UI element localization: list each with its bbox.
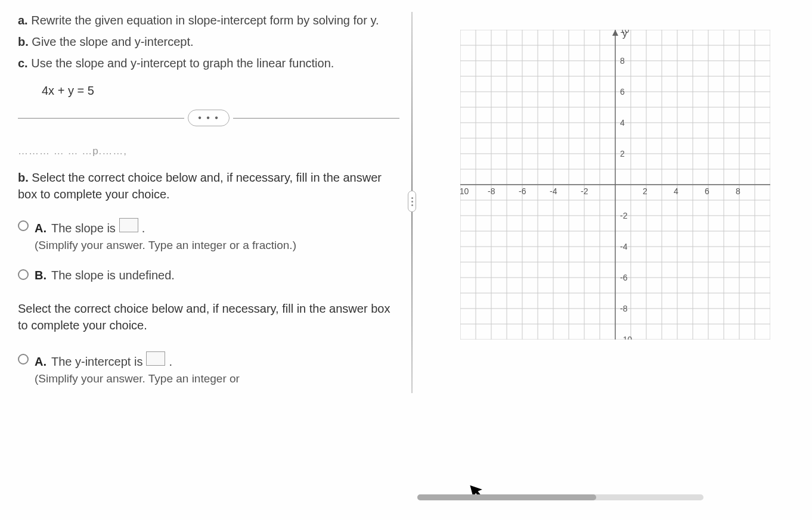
svg-text:-2: -2: [581, 186, 588, 196]
intercept-prompt: Select the correct choice below and, if …: [18, 300, 399, 334]
slope-choice-a-row: A. The slope is . (Simplify your answer.…: [18, 218, 399, 254]
slope-choice-a-label: A.: [35, 220, 47, 236]
divider-line-left: [18, 118, 184, 119]
svg-text:4: 4: [674, 186, 678, 196]
svg-text:2: 2: [643, 186, 647, 196]
problem-part-c: c. Use the slope and y-intercept to grap…: [18, 55, 399, 71]
svg-text:-6: -6: [519, 186, 526, 196]
question-text-panel: a. Rewrite the given equation in slope-i…: [18, 12, 399, 508]
slope-answer-input[interactable]: [119, 218, 138, 232]
slope-choice-a-hint: (Simplify your answer. Type an integer o…: [35, 238, 399, 254]
section-b-prompt: b. Select the correct choice below and, …: [18, 169, 399, 203]
part-c-label: c.: [18, 57, 28, 70]
slope-choice-a-pre: The slope is: [51, 220, 116, 236]
svg-text:-10: -10: [460, 186, 469, 196]
svg-text:10: 10: [620, 30, 630, 35]
part-c-text: Use the slope and y-intercept to graph t…: [31, 57, 334, 70]
svg-text:-2: -2: [620, 211, 628, 220]
divider-line-right: [233, 118, 399, 119]
horizontal-scrollbar[interactable]: [417, 494, 703, 500]
intercept-choice-a-radio[interactable]: [18, 354, 29, 365]
intercept-choice-a-label: A.: [35, 353, 47, 370]
svg-text:8: 8: [736, 186, 740, 196]
intercept-answer-input[interactable]: [146, 351, 165, 366]
svg-text:-10: -10: [620, 335, 632, 340]
section-b-text: Select the correct choice below and, if …: [18, 171, 382, 201]
section-divider: • • •: [18, 110, 399, 126]
svg-text:-4: -4: [620, 242, 628, 251]
question-page: a. Rewrite the given equation in slope-i…: [0, 0, 812, 520]
slope-choice-a-body: A. The slope is . (Simplify your answer.…: [35, 218, 399, 254]
intercept-choice-a-body: A. The y-intercept is . (Simplify your a…: [35, 351, 399, 387]
panel-divider[interactable]: [411, 12, 413, 393]
svg-text:6: 6: [620, 87, 625, 96]
coordinate-graph[interactable]: y-10-8-6-4-22468108642-2-4-6-8-10: [460, 30, 770, 340]
svg-text:-6: -6: [620, 273, 628, 282]
svg-text:8: 8: [620, 56, 625, 66]
problem-part-b: b. Give the slope and y-intercept.: [18, 33, 399, 50]
intercept-choice-a-pre: The y-intercept is: [51, 353, 142, 370]
part-a-text: Rewrite the given equation in slope-inte…: [31, 14, 379, 27]
slope-choice-b-text: The slope is undefined.: [51, 267, 175, 284]
intercept-choice-a-row: A. The y-intercept is . (Simplify your a…: [18, 351, 399, 387]
slope-choice-b-row: B. The slope is undefined.: [18, 267, 399, 284]
svg-text:6: 6: [705, 186, 709, 196]
intercept-choice-a-post: .: [169, 353, 172, 370]
slope-choice-a-radio[interactable]: [18, 220, 29, 231]
section-b-label: b.: [18, 171, 29, 184]
divider-handle[interactable]: [408, 191, 416, 212]
svg-text:-8: -8: [488, 186, 495, 196]
graph-svg[interactable]: y-10-8-6-4-22468108642-2-4-6-8-10: [460, 30, 770, 340]
equation: 4x + y = 5: [42, 82, 399, 99]
part-b-text: Give the slope and y-intercept.: [32, 35, 193, 48]
svg-text:-8: -8: [620, 304, 628, 313]
horizontal-scrollbar-thumb[interactable]: [417, 494, 596, 500]
part-b-label: b.: [18, 35, 29, 48]
truncated-text: ……… … … …p.……,: [18, 144, 399, 158]
svg-text:4: 4: [620, 118, 625, 127]
graph-panel: y-10-8-6-4-22468108642-2-4-6-8-10: [424, 12, 794, 508]
svg-text:2: 2: [620, 149, 625, 158]
expand-button[interactable]: • • •: [188, 110, 230, 126]
intercept-choice-a-hint: (Simplify your answer. Type an integer o…: [35, 371, 399, 387]
part-a-label: a.: [18, 14, 28, 27]
slope-choice-a-post: .: [142, 220, 145, 236]
problem-part-a: a. Rewrite the given equation in slope-i…: [18, 12, 399, 29]
slope-choice-b-label: B.: [35, 267, 47, 284]
slope-choice-b-radio[interactable]: [18, 269, 29, 280]
slope-choice-b-body: B. The slope is undefined.: [35, 267, 399, 284]
svg-text:-4: -4: [550, 186, 557, 196]
